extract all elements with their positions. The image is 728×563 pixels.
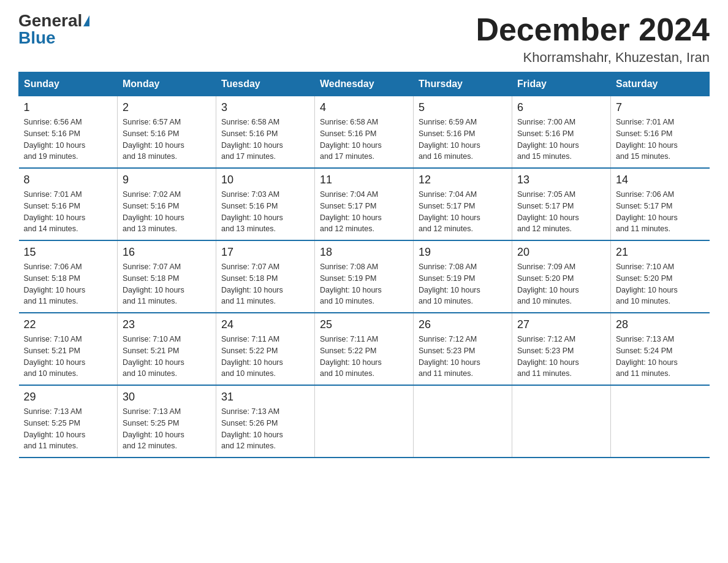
day-info: Sunrise: 7:01 AMSunset: 5:16 PMDaylight:… <box>616 118 678 161</box>
day-cell: 9 Sunrise: 7:02 AMSunset: 5:16 PMDayligh… <box>118 168 216 240</box>
day-cell: 30 Sunrise: 7:13 AMSunset: 5:25 PMDaylig… <box>118 385 216 458</box>
header-friday: Friday <box>512 72 611 96</box>
week-row-2: 8 Sunrise: 7:01 AMSunset: 5:16 PMDayligh… <box>19 168 710 240</box>
day-cell: 29 Sunrise: 7:13 AMSunset: 5:25 PMDaylig… <box>19 385 118 458</box>
day-cell: 26 Sunrise: 7:12 AMSunset: 5:23 PMDaylig… <box>414 313 512 385</box>
day-cell: 10 Sunrise: 7:03 AMSunset: 5:16 PMDaylig… <box>216 168 315 240</box>
day-cell <box>315 385 414 458</box>
week-row-3: 15 Sunrise: 7:06 AMSunset: 5:18 PMDaylig… <box>19 240 710 313</box>
day-cell: 2 Sunrise: 6:57 AMSunset: 5:16 PMDayligh… <box>118 96 216 169</box>
day-cell: 28 Sunrise: 7:13 AMSunset: 5:24 PMDaylig… <box>611 313 710 385</box>
day-info: Sunrise: 7:13 AMSunset: 5:24 PMDaylight:… <box>616 335 678 378</box>
day-cell: 16 Sunrise: 7:07 AMSunset: 5:18 PMDaylig… <box>118 240 216 313</box>
day-number: 31 <box>221 391 309 404</box>
day-cell <box>414 385 512 458</box>
day-info: Sunrise: 7:07 AMSunset: 5:18 PMDaylight:… <box>123 262 184 305</box>
logo-blue-text: Blue <box>18 29 56 47</box>
day-cell: 1 Sunrise: 6:56 AMSunset: 5:16 PMDayligh… <box>19 96 118 169</box>
day-info: Sunrise: 7:09 AMSunset: 5:20 PMDaylight:… <box>517 262 579 305</box>
day-cell: 24 Sunrise: 7:11 AMSunset: 5:22 PMDaylig… <box>216 313 315 385</box>
day-number: 9 <box>123 174 211 186</box>
day-number: 3 <box>221 101 309 114</box>
day-number: 29 <box>24 391 113 404</box>
day-number: 2 <box>123 101 211 114</box>
day-number: 22 <box>24 318 113 331</box>
logo-general-text: General <box>18 12 82 29</box>
logo-triangle-icon <box>83 15 89 26</box>
logo-general-row: General <box>18 12 89 29</box>
week-row-1: 1 Sunrise: 6:56 AMSunset: 5:16 PMDayligh… <box>19 96 710 169</box>
day-info: Sunrise: 7:08 AMSunset: 5:19 PMDaylight:… <box>419 262 480 305</box>
calendar-title: December 2024 <box>476 12 710 47</box>
header-saturday: Saturday <box>611 72 710 96</box>
logo: General Blue <box>18 12 89 47</box>
calendar-subtitle: Khorramshahr, Khuzestan, Iran <box>476 50 710 66</box>
day-cell <box>611 385 710 458</box>
day-info: Sunrise: 7:01 AMSunset: 5:16 PMDaylight:… <box>24 190 86 233</box>
day-number: 8 <box>24 174 113 186</box>
day-cell: 12 Sunrise: 7:04 AMSunset: 5:17 PMDaylig… <box>414 168 512 240</box>
day-info: Sunrise: 6:56 AMSunset: 5:16 PMDaylight:… <box>24 118 86 161</box>
day-number: 5 <box>419 101 507 114</box>
day-number: 12 <box>419 174 507 186</box>
day-cell: 4 Sunrise: 6:58 AMSunset: 5:16 PMDayligh… <box>315 96 414 169</box>
day-number: 28 <box>616 318 705 331</box>
day-info: Sunrise: 7:05 AMSunset: 5:17 PMDaylight:… <box>517 190 579 233</box>
day-cell: 22 Sunrise: 7:10 AMSunset: 5:21 PMDaylig… <box>19 313 118 385</box>
day-info: Sunrise: 7:07 AMSunset: 5:18 PMDaylight:… <box>221 262 283 305</box>
day-cell: 19 Sunrise: 7:08 AMSunset: 5:19 PMDaylig… <box>414 240 512 313</box>
header-thursday: Thursday <box>414 72 512 96</box>
day-number: 4 <box>320 101 408 114</box>
day-info: Sunrise: 7:10 AMSunset: 5:20 PMDaylight:… <box>616 262 678 305</box>
day-info: Sunrise: 7:03 AMSunset: 5:16 PMDaylight:… <box>221 190 283 233</box>
day-cell: 17 Sunrise: 7:07 AMSunset: 5:18 PMDaylig… <box>216 240 315 313</box>
day-info: Sunrise: 7:06 AMSunset: 5:17 PMDaylight:… <box>616 190 678 233</box>
day-info: Sunrise: 7:04 AMSunset: 5:17 PMDaylight:… <box>320 190 382 233</box>
calendar-table: SundayMondayTuesdayWednesdayThursdayFrid… <box>18 72 710 458</box>
day-number: 11 <box>320 174 408 186</box>
day-info: Sunrise: 7:08 AMSunset: 5:19 PMDaylight:… <box>320 262 382 305</box>
day-number: 20 <box>517 246 605 259</box>
calendar-body: 1 Sunrise: 6:56 AMSunset: 5:16 PMDayligh… <box>19 96 710 458</box>
week-row-4: 22 Sunrise: 7:10 AMSunset: 5:21 PMDaylig… <box>19 313 710 385</box>
day-number: 23 <box>123 318 211 331</box>
day-cell: 5 Sunrise: 6:59 AMSunset: 5:16 PMDayligh… <box>414 96 512 169</box>
day-info: Sunrise: 7:13 AMSunset: 5:25 PMDaylight:… <box>24 407 86 450</box>
page-header: General Blue December 2024 Khorramshahr,… <box>18 12 710 66</box>
day-info: Sunrise: 6:58 AMSunset: 5:16 PMDaylight:… <box>320 118 382 161</box>
day-number: 26 <box>419 318 507 331</box>
day-info: Sunrise: 7:13 AMSunset: 5:25 PMDaylight:… <box>123 407 184 450</box>
header-row: SundayMondayTuesdayWednesdayThursdayFrid… <box>19 72 710 96</box>
header-sunday: Sunday <box>19 72 118 96</box>
day-cell: 11 Sunrise: 7:04 AMSunset: 5:17 PMDaylig… <box>315 168 414 240</box>
week-row-5: 29 Sunrise: 7:13 AMSunset: 5:25 PMDaylig… <box>19 385 710 458</box>
day-info: Sunrise: 7:10 AMSunset: 5:21 PMDaylight:… <box>123 335 184 378</box>
day-number: 10 <box>221 174 309 186</box>
day-number: 7 <box>616 101 705 114</box>
day-number: 6 <box>517 101 605 114</box>
day-info: Sunrise: 7:10 AMSunset: 5:21 PMDaylight:… <box>24 335 86 378</box>
calendar-header: SundayMondayTuesdayWednesdayThursdayFrid… <box>19 72 710 96</box>
day-info: Sunrise: 6:57 AMSunset: 5:16 PMDaylight:… <box>123 118 184 161</box>
day-cell: 23 Sunrise: 7:10 AMSunset: 5:21 PMDaylig… <box>118 313 216 385</box>
header-monday: Monday <box>118 72 216 96</box>
day-info: Sunrise: 7:12 AMSunset: 5:23 PMDaylight:… <box>517 335 579 378</box>
day-info: Sunrise: 6:59 AMSunset: 5:16 PMDaylight:… <box>419 118 480 161</box>
day-number: 16 <box>123 246 211 259</box>
day-number: 24 <box>221 318 309 331</box>
header-tuesday: Tuesday <box>216 72 315 96</box>
day-info: Sunrise: 7:00 AMSunset: 5:16 PMDaylight:… <box>517 118 579 161</box>
day-cell: 14 Sunrise: 7:06 AMSunset: 5:17 PMDaylig… <box>611 168 710 240</box>
day-number: 13 <box>517 174 605 186</box>
day-number: 25 <box>320 318 408 331</box>
day-cell: 25 Sunrise: 7:11 AMSunset: 5:22 PMDaylig… <box>315 313 414 385</box>
day-cell: 15 Sunrise: 7:06 AMSunset: 5:18 PMDaylig… <box>19 240 118 313</box>
day-number: 18 <box>320 246 408 259</box>
day-cell <box>512 385 611 458</box>
day-cell: 20 Sunrise: 7:09 AMSunset: 5:20 PMDaylig… <box>512 240 611 313</box>
day-cell: 21 Sunrise: 7:10 AMSunset: 5:20 PMDaylig… <box>611 240 710 313</box>
day-info: Sunrise: 7:02 AMSunset: 5:16 PMDaylight:… <box>123 190 184 233</box>
day-number: 15 <box>24 246 113 259</box>
day-number: 14 <box>616 174 705 186</box>
day-number: 1 <box>24 101 113 114</box>
